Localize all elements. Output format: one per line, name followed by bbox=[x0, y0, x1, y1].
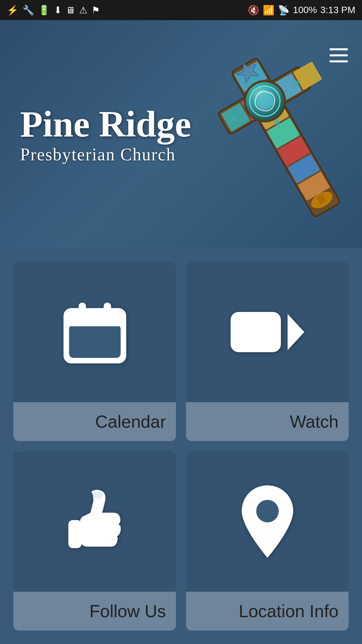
church-subtitle: Presbyterian Church bbox=[20, 145, 191, 164]
calendar-icon-area bbox=[13, 262, 176, 402]
thumbsup-icon bbox=[58, 485, 132, 558]
warning-icon: ⚠ bbox=[79, 5, 87, 16]
video-icon bbox=[227, 302, 308, 362]
header-area: Pine Ridge Presbyterian Church bbox=[0, 20, 362, 248]
svg-rect-34 bbox=[231, 312, 281, 352]
signal-icon: 📡 bbox=[278, 5, 290, 16]
svg-rect-26 bbox=[69, 325, 121, 358]
location-info-label: Location Info bbox=[186, 592, 349, 631]
video-icon-area bbox=[186, 262, 349, 402]
logo-container: Pine Ridge Presbyterian Church bbox=[20, 104, 191, 164]
location-icon-area bbox=[186, 451, 349, 592]
menu-line-2 bbox=[329, 54, 348, 56]
follow-us-button[interactable]: Follow Us bbox=[13, 451, 176, 631]
wifi-icon: 📶 bbox=[263, 5, 275, 16]
calendar-icon bbox=[58, 295, 132, 369]
calendar-label: Calendar bbox=[13, 402, 176, 441]
usb-icon: ⚡ bbox=[7, 5, 18, 16]
svg-marker-35 bbox=[288, 314, 304, 350]
status-icons-left: ⚡ 🔧 🔋 ⬇ 🖥 ⚠ ⚑ bbox=[7, 5, 100, 16]
church-name: Pine Ridge bbox=[20, 104, 191, 145]
location-info-button[interactable]: Location Info bbox=[186, 451, 349, 631]
flag-icon: ⚑ bbox=[92, 5, 100, 16]
status-icons-right: 🔇 📶 📡 100% 3:13 PM bbox=[248, 5, 355, 16]
svg-rect-36 bbox=[68, 520, 81, 548]
screen-icon: 🖥 bbox=[66, 5, 75, 16]
status-bar: ⚡ 🔧 🔋 ⬇ 🖥 ⚠ ⚑ 🔇 📶 📡 100% 3:13 PM bbox=[0, 0, 362, 20]
time-display: 3:13 PM bbox=[320, 5, 355, 15]
watch-button[interactable]: Watch bbox=[186, 262, 349, 441]
svg-point-37 bbox=[93, 491, 103, 498]
menu-line-3 bbox=[329, 60, 348, 62]
battery-percentage: 100% bbox=[293, 5, 317, 15]
follow-us-label: Follow Us bbox=[13, 592, 176, 631]
main-grid: Calendar Watch Follow Us bbox=[0, 248, 362, 644]
watch-label: Watch bbox=[186, 402, 349, 441]
location-icon bbox=[234, 481, 301, 562]
svg-rect-33 bbox=[65, 321, 124, 326]
wrench-icon: 🔧 bbox=[22, 5, 34, 16]
battery-icon: 🔋 bbox=[38, 5, 50, 16]
download-icon: ⬇ bbox=[54, 5, 62, 16]
svg-point-38 bbox=[256, 500, 279, 522]
menu-button[interactable] bbox=[325, 44, 352, 67]
mute-icon: 🔇 bbox=[248, 5, 259, 16]
thumbsup-icon-area bbox=[13, 451, 176, 592]
menu-line-1 bbox=[329, 48, 348, 50]
calendar-button[interactable]: Calendar bbox=[13, 262, 176, 441]
